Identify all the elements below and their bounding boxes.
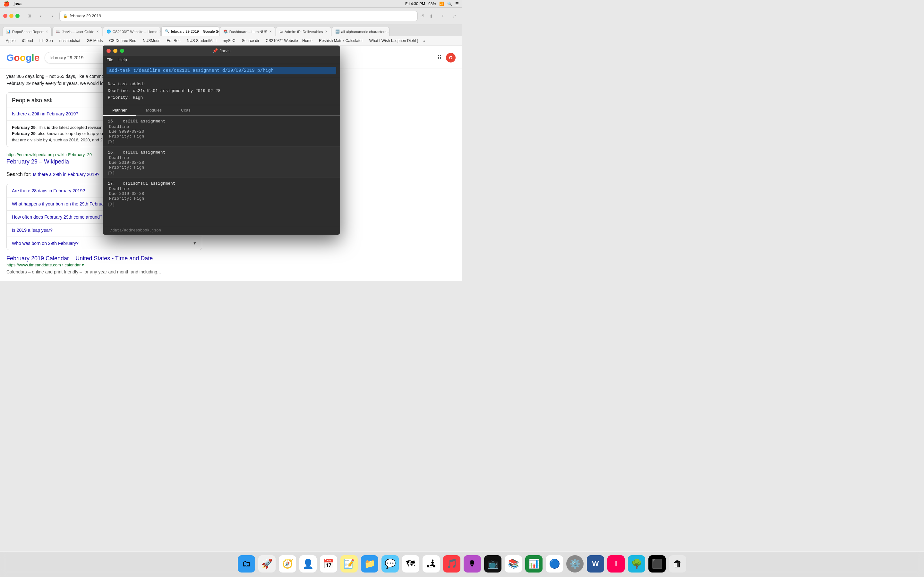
task-16-type: Deadline — [109, 155, 335, 160]
toolbar-right: ⬆ ＋ ⤢ — [427, 11, 459, 21]
close-button[interactable] — [3, 14, 7, 18]
jarvis-command-text[interactable]: add-task t/deadline des/cs2101 assignmen… — [107, 67, 336, 74]
jarvis-minimize-button[interactable] — [113, 49, 118, 53]
jarvis-tab-planner[interactable]: Planner — [103, 105, 136, 116]
tab-close-admin[interactable]: ✕ — [325, 30, 328, 33]
jarvis-titlebar: 📌 Jarvis — [103, 45, 340, 56]
tab-label-alphanumeric: all alphanumeric characters – G... — [341, 30, 389, 34]
result-link-timedate[interactable]: February 2019 Calendar – United States -… — [6, 255, 202, 262]
paa-question-5: Is 2019 a leap year? — [12, 227, 53, 233]
tab-admin[interactable]: 🗂 Admin: tP: Deliverables ✕ — [276, 27, 331, 36]
menubar-right: Fri 4:30 PM 98% 📶 🔍 ☰ — [405, 2, 459, 6]
fullscreen-button[interactable]: ⤢ — [450, 11, 459, 21]
google-apps-button[interactable]: ⠿ — [437, 54, 442, 61]
task-17-name: cs21sdfs01 assignment — [123, 181, 176, 186]
task-17-header: 17. cs21sdfs01 assignment — [108, 181, 335, 186]
menubar-wifi: 📶 — [439, 2, 444, 6]
tab-favicon-jarvis: 📖 — [56, 29, 60, 34]
task-item-16: 16. cs2101 assignment Deadline Due 2019-… — [103, 147, 340, 178]
tab-google-search[interactable]: 🔍 february 29 2019 – Google Sear... ✕ — [162, 26, 219, 36]
bookmark-reshish[interactable]: Reshish Matrix Calculator — [317, 37, 365, 44]
bookmark-apple[interactable]: Apple — [3, 37, 18, 44]
forward-button[interactable]: › — [48, 11, 57, 21]
paa-question-3: What happens if your born on the 29th Fe… — [12, 201, 110, 206]
bookmark-csdegree[interactable]: CS Degree Req — [107, 37, 139, 44]
task-17-type: Deadline — [109, 187, 335, 191]
tab-label-luminus: Dashboard – LumiNUS — [229, 30, 267, 34]
browser-toolbar: ⊞ ‹ › 🔒 february 29 2019 ↺ ⬆ ＋ ⤢ — [0, 8, 462, 24]
result-snippet-timedate: Calendars – online and print friendly – … — [6, 269, 202, 276]
tab-favicon-admin: 🗂 — [279, 30, 283, 34]
task-17-checkbox[interactable]: [X] — [108, 202, 335, 207]
menubar-search[interactable]: 🔍 — [447, 2, 452, 6]
paa-item-6[interactable]: Who was born on 29th February? ▼ — [7, 237, 202, 250]
minimize-button[interactable] — [9, 14, 13, 18]
bookmark-sourcedir[interactable]: Source dir — [239, 37, 262, 44]
tab-close-jarvis[interactable]: ✕ — [96, 30, 99, 33]
task-16-name: cs2101 assignment — [123, 150, 166, 155]
bookmark-nusmods[interactable]: NUSMods — [140, 37, 163, 44]
jarvis-tabs: Planner Modules Ccas — [103, 105, 340, 116]
tab-close-reposense[interactable]: ✕ — [45, 30, 48, 33]
jarvis-output-line3: Priority: High — [108, 95, 335, 101]
bookmark-icloud[interactable]: iCloud — [19, 37, 36, 44]
tab-alphanumeric[interactable]: 🔤 all alphanumeric characters – G... ✕ — [332, 27, 389, 36]
tab-cs2103[interactable]: 🌐 CS2103/T Website – Home ✕ — [103, 27, 161, 36]
task-16-header: 16. cs2101 assignment — [108, 150, 335, 155]
jarvis-close-button[interactable] — [107, 49, 111, 53]
tab-close-cs2103[interactable]: ✕ — [159, 30, 160, 33]
jarvis-task-list: 15. cs2101 assignment Deadline Due 9999-… — [103, 116, 340, 226]
jarvis-output-line1: New task added: — [108, 81, 335, 88]
reload-button[interactable]: ↺ — [420, 13, 424, 19]
task-15-number: 15. — [108, 119, 115, 124]
maximize-button[interactable] — [15, 14, 19, 18]
search-result-timedate: February 2019 Calendar – United States -… — [6, 255, 202, 276]
menubar-app-name[interactable]: java — [13, 1, 21, 6]
tab-favicon-luminus: 📚 — [223, 29, 228, 34]
bookmarks-more-icon[interactable]: » — [422, 37, 427, 44]
task-15-type: Deadline — [109, 124, 335, 129]
jarvis-footer: ./data/addressbook.json — [103, 226, 340, 235]
result-url-timedate: https://www.timeanddate.com › calendar ▾ — [6, 263, 202, 268]
back-button[interactable]: ‹ — [36, 11, 45, 21]
menubar: 🍎 java Fri 4:30 PM 98% 📶 🔍 ☰ — [0, 0, 462, 8]
jarvis-menu-help[interactable]: Help — [118, 57, 127, 62]
jarvis-menu-file[interactable]: File — [107, 57, 113, 62]
bookmark-gemods[interactable]: GE Mods — [84, 37, 105, 44]
apple-menu[interactable]: 🍎 — [3, 1, 10, 7]
bookmark-cs2103[interactable]: CS2103/T Website – Home — [263, 37, 315, 44]
logo-g: G — [6, 52, 14, 63]
jarvis-output: New task added: Deadline: cs21sdfs01 ass… — [103, 77, 340, 105]
bookmark-libgen[interactable]: Lib Gen — [37, 37, 55, 44]
bookmark-nusmodchat[interactable]: nusmodchat — [57, 37, 83, 44]
tab-reposense[interactable]: 📊 RepoSense Report ✕ — [3, 27, 52, 36]
new-tab-button[interactable]: ＋ — [438, 11, 447, 21]
tab-label-google: february 29 2019 – Google Sear... — [171, 29, 219, 33]
tab-close-luminus[interactable]: ✕ — [269, 30, 272, 33]
tab-label-admin: Admin: tP: Deliverables — [284, 30, 323, 34]
bookmark-studentmail[interactable]: NUS StudentMail — [184, 37, 219, 44]
search-for-link[interactable]: Is there a 29th in February 2019? — [33, 172, 99, 177]
bookmark-whatiwish[interactable]: What I Wish I...ephen Diehl ) — [367, 37, 421, 44]
google-account-avatar[interactable]: O — [446, 53, 456, 63]
paa-question-0: Is there a 29th in February 2019? — [12, 111, 78, 116]
sidebar-toggle-button[interactable]: ⊞ — [25, 11, 34, 21]
menubar-notification[interactable]: ☰ — [455, 2, 459, 6]
address-bar[interactable]: 🔒 february 29 2019 — [59, 11, 418, 21]
task-item-15: 15. cs2101 assignment Deadline Due 9999-… — [103, 116, 340, 147]
jarvis-tab-modules[interactable]: Modules — [136, 105, 171, 115]
tab-luminus[interactable]: 📚 Dashboard – LumiNUS ✕ — [220, 27, 275, 36]
tab-jarvis-guide[interactable]: 📖 Jarvis – User Guide ✕ — [52, 27, 102, 36]
bookmark-edurec[interactable]: EduRec — [164, 37, 183, 44]
task-15-header: 15. cs2101 assignment — [108, 119, 335, 124]
tab-label-reposense: RepoSense Report — [12, 30, 44, 34]
task-16-checkbox[interactable]: [X] — [108, 171, 335, 176]
bookmark-mysoc[interactable]: mySoC — [220, 37, 238, 44]
task-15-checkbox[interactable]: [X] — [108, 140, 335, 145]
share-button[interactable]: ⬆ — [427, 11, 436, 21]
logo-o2: o — [20, 52, 26, 63]
google-tools: ⠿ O — [437, 53, 456, 63]
jarvis-maximize-button[interactable] — [120, 49, 124, 53]
task-16-priority: Priority: High — [109, 165, 335, 170]
jarvis-tab-ccas[interactable]: Ccas — [171, 105, 200, 115]
